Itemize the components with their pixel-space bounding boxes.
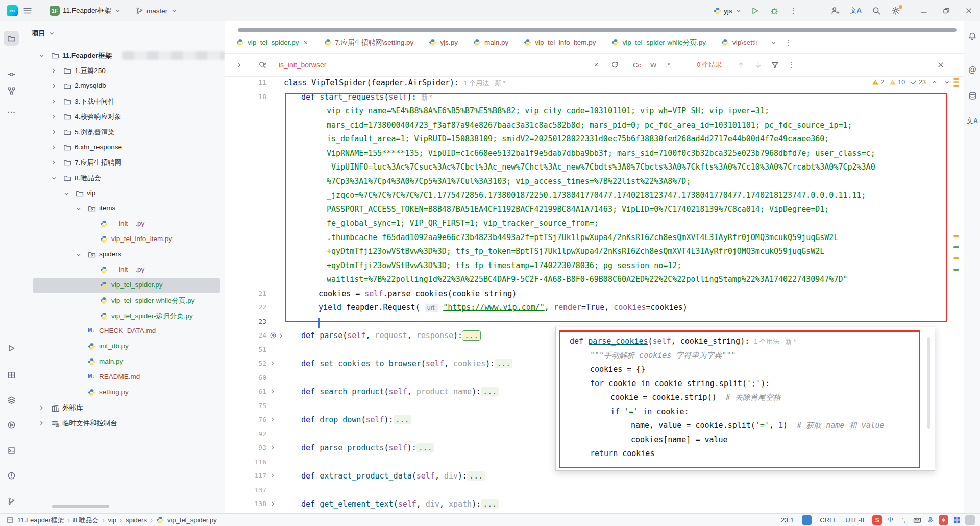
tree-item[interactable]: M↓README.md (22, 370, 225, 385)
tree-item[interactable]: 8.唯品会 (22, 171, 225, 186)
tree-item[interactable]: 7.应届生招聘网 (22, 155, 225, 171)
close-button[interactable] (958, 1, 980, 21)
tree-item[interactable]: main.py (22, 354, 225, 370)
error-stripe-mark[interactable] (953, 257, 959, 259)
chevron-right-icon[interactable] (51, 144, 57, 151)
chevron-right-icon[interactable] (51, 98, 57, 105)
tool-stripe-terminal-button[interactable] (4, 443, 19, 458)
voice-input-icon[interactable] (925, 515, 935, 525)
match-case-toggle[interactable]: Cc (633, 61, 641, 69)
main-menu-button[interactable] (20, 3, 35, 18)
clear-search-icon[interactable] (593, 62, 599, 68)
file-encoding[interactable]: UTF-8 (845, 516, 864, 524)
tree-item[interactable]: __init__.py (22, 217, 225, 232)
search-query[interactable]: is_init_borwser (279, 61, 326, 69)
tree-item[interactable]: setting.py (22, 385, 225, 400)
filter-icon[interactable] (771, 61, 779, 69)
caret-position[interactable]: 23:1 (781, 516, 794, 524)
tool-stripe-services-button[interactable] (4, 392, 19, 408)
folded-region[interactable]: ... (481, 499, 499, 509)
close-tab-icon[interactable] (303, 40, 309, 46)
next-occurrence-icon[interactable] (754, 61, 763, 69)
chevron-right-icon[interactable] (51, 83, 57, 89)
fold-icon[interactable] (270, 500, 276, 507)
status-widget-icon[interactable] (802, 515, 812, 525)
more-options-icon[interactable] (788, 61, 796, 69)
chevron-right-icon[interactable] (38, 404, 45, 411)
search-with-history-icon[interactable] (258, 61, 267, 69)
tree-item[interactable]: vip_tel_spider-while分页.py (22, 293, 225, 308)
editor-tab[interactable]: vip_tel_spider-while分页.py (604, 32, 714, 53)
tree-item[interactable]: 6.xhr_response (22, 140, 225, 155)
sogou-tool-icon[interactable]: ❖ (939, 515, 948, 525)
tool-stripe-database-button[interactable] (966, 89, 979, 102)
tree-item[interactable]: 1.豆瓣250 (22, 63, 225, 79)
folded-region[interactable]: ... (467, 471, 485, 481)
error-stripe-mark[interactable] (953, 246, 959, 248)
ime-more-icon[interactable] (965, 515, 975, 525)
sogou-input-icon[interactable]: S (872, 515, 882, 525)
punctuation-mode-icon[interactable]: ’, (899, 515, 909, 525)
chevron-right-icon[interactable] (51, 113, 57, 120)
line-separator[interactable]: CRLF (820, 516, 837, 524)
error-stripe-mark[interactable] (953, 81, 959, 83)
tree-item[interactable]: M↓CHECK_DATA.md (22, 324, 225, 339)
tool-stripe-translate-button[interactable]: 文A (966, 114, 979, 128)
tool-stripe-run-button[interactable] (4, 341, 19, 356)
new-line-icon[interactable] (610, 61, 619, 69)
tool-stripe-play-button[interactable] (4, 417, 19, 433)
chevron-right-icon[interactable] (51, 159, 57, 166)
more-actions-button[interactable] (786, 4, 800, 18)
editor-tab[interactable]: vip_tel_spider.py (229, 32, 316, 53)
close-search-icon[interactable] (937, 61, 945, 69)
expand-search-icon[interactable] (236, 62, 242, 68)
tree-item[interactable]: items (22, 201, 225, 217)
tree-item[interactable]: vip_tel_spider-递归分页.py (22, 308, 225, 324)
minimize-button[interactable] (913, 1, 935, 21)
tool-stripe-vcs-button[interactable] (4, 493, 19, 509)
translate-button[interactable]: 文A (847, 3, 865, 18)
run-config-selector[interactable]: yjs (710, 5, 745, 17)
previous-occurrence-icon[interactable] (737, 61, 745, 69)
error-stripe-mark[interactable] (953, 85, 959, 87)
editor-tab[interactable]: yjs.py (421, 32, 465, 53)
tree-item[interactable]: vip_tel_spider.py (22, 278, 225, 293)
breadcrumb-item[interactable]: vip_tel_spider.py (167, 516, 217, 524)
fold-icon[interactable] (270, 472, 276, 479)
tree-item[interactable]: __init__.py (22, 262, 225, 278)
error-stripe-mark[interactable] (953, 78, 959, 80)
tool-stripe-packages-button[interactable] (4, 367, 19, 382)
tree-item[interactable]: 11.Feapder框架 (22, 48, 225, 63)
chevron-down-icon[interactable] (51, 175, 58, 182)
tool-stripe-commit-button[interactable] (4, 66, 19, 82)
chevron-right-icon[interactable] (38, 420, 45, 426)
chevron-right-icon[interactable] (51, 129, 57, 135)
tree-item[interactable]: spiders (22, 247, 225, 262)
chinese-mode-icon[interactable]: 中 (886, 515, 895, 525)
project-panel-header[interactable]: 项目 (22, 21, 225, 43)
tree-item[interactable]: init_db.py (22, 339, 225, 354)
regex-toggle[interactable]: .* (666, 61, 670, 69)
tab-more-icon[interactable] (785, 39, 793, 47)
breadcrumb-item[interactable]: vip (108, 516, 116, 524)
error-stripe-mark[interactable] (953, 269, 959, 271)
code-with-me-button[interactable] (828, 3, 843, 18)
tool-stripe-more-button[interactable] (4, 105, 19, 120)
tree-item[interactable]: vip (22, 186, 225, 201)
tool-stripe-problems-button[interactable] (4, 468, 19, 483)
restore-button[interactable] (935, 1, 958, 21)
editor-area[interactable]: vip_tel_spider.py7.应届生招聘网\setting.pyyjs.… (225, 21, 964, 513)
tool-stripe-project-button[interactable] (4, 31, 19, 46)
tree-horizontal-scrollbar[interactable] (52, 505, 109, 508)
error-stripe-mark[interactable] (953, 235, 959, 237)
tree-item[interactable]: 2.mysqldb (22, 79, 225, 94)
debug-button[interactable] (767, 3, 782, 18)
settings-button[interactable] (888, 3, 903, 18)
run-button[interactable] (747, 3, 763, 18)
tool-stripe-structure-button[interactable] (4, 83, 19, 99)
chevron-down-icon[interactable] (75, 205, 82, 212)
chevron-down-icon[interactable] (75, 251, 82, 258)
breadcrumb-item[interactable]: spiders (126, 516, 147, 524)
breadcrumb-item[interactable]: 11.Feapder框架 (17, 516, 64, 525)
tree-item[interactable]: 临时文件和控制台 (22, 416, 225, 431)
